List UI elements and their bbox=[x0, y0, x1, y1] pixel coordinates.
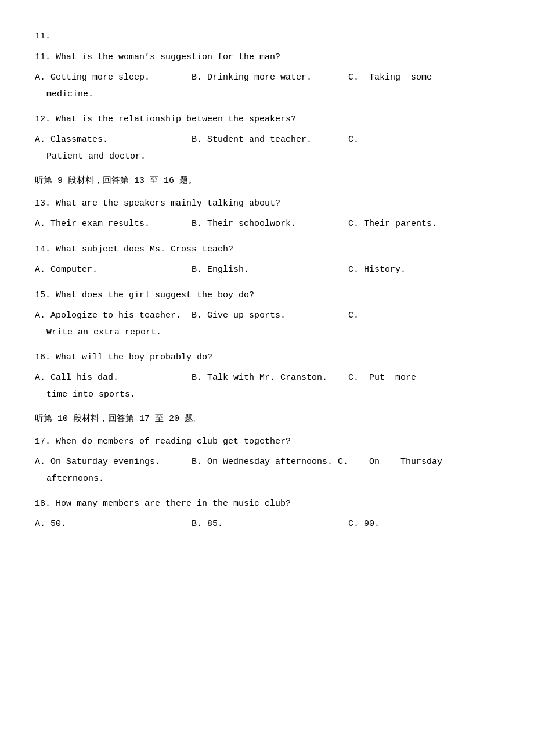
q12-option-a: A. Classmates. bbox=[35, 132, 192, 147]
q18-full-text: 18. How many members are there in the mu… bbox=[35, 496, 499, 512]
question-12: 12. What is the relationship between the… bbox=[35, 112, 499, 164]
q15-option-c: C. bbox=[348, 308, 499, 323]
q13-option-a: A. Their exam results. bbox=[35, 217, 192, 232]
q13-full-text: 13. What are the speakers mainly talking… bbox=[35, 196, 499, 211]
q11-option-c-cont: medicine. bbox=[35, 88, 499, 102]
question-17: 17. When do members of reading club get … bbox=[35, 434, 499, 486]
q12-options: A. Classmates. B. Student and teacher. C… bbox=[35, 132, 499, 147]
question-18: 18. How many members are there in the mu… bbox=[35, 496, 499, 532]
q17-options: A. On Saturday evenings. B. On Wednesday… bbox=[35, 455, 499, 470]
question-15: 15. What does the girl suggest the boy d… bbox=[35, 288, 499, 340]
q15-option-a: A. Apologize to his teacher. bbox=[35, 308, 192, 323]
q12-option-c-cont: Patient and doctor. bbox=[35, 150, 499, 164]
q18-option-c: C. 90. bbox=[348, 517, 499, 532]
q13-option-c: C. Their parents. bbox=[348, 217, 499, 232]
q15-full-text: 15. What does the girl suggest the boy d… bbox=[35, 288, 499, 303]
q15-option-c-cont: Write an extra report. bbox=[35, 326, 499, 340]
section-9-header: 听第 9 段材料，回答第 13 至 16 题。 bbox=[35, 174, 499, 188]
q16-option-a: A. Call his dad. bbox=[35, 370, 192, 386]
q14-option-a: A. Computer. bbox=[35, 262, 192, 278]
q16-full-text: 16. What will the boy probably do? bbox=[35, 350, 499, 365]
q15-options: A. Apologize to his teacher. B. Give up … bbox=[35, 308, 499, 323]
q11-options: A. Getting more sleep. B. Drinking more … bbox=[35, 70, 499, 85]
q14-option-b: B. English. bbox=[192, 262, 348, 278]
q11-text: 11. bbox=[35, 29, 499, 44]
q18-options: A. 50. B. 85. C. 90. bbox=[35, 517, 499, 532]
q14-full-text: 14. What subject does Ms. Cross teach? bbox=[35, 242, 499, 257]
q11-option-b: B. Drinking more water. bbox=[192, 70, 348, 85]
question-16: 16. What will the boy probably do? A. Ca… bbox=[35, 350, 499, 402]
q14-option-c: C. History. bbox=[348, 262, 499, 278]
question-13: 13. What are the speakers mainly talking… bbox=[35, 196, 499, 232]
q18-option-b: B. 85. bbox=[192, 517, 348, 532]
q18-option-a: A. 50. bbox=[35, 517, 192, 532]
question-14: 14. What subject does Ms. Cross teach? A… bbox=[35, 242, 499, 278]
q13-options: A. Their exam results. B. Their schoolwo… bbox=[35, 217, 499, 232]
q16-options: A. Call his dad. B. Talk with Mr. Cranst… bbox=[35, 370, 499, 386]
q13-option-b: B. Their schoolwork. bbox=[192, 217, 348, 232]
question-11: 11. 11. What is the woman’s suggestion f… bbox=[35, 29, 499, 102]
q17-full-text: 17. When do members of reading club get … bbox=[35, 434, 499, 449]
page-content: 11. 11. What is the woman’s suggestion f… bbox=[35, 29, 499, 532]
q15-option-b: B. Give up sports. bbox=[192, 308, 348, 323]
q16-option-c: C. Put more bbox=[348, 370, 499, 386]
q16-option-c-cont: time into sports. bbox=[35, 388, 499, 402]
q17-option-c-cont: afternoons. bbox=[35, 472, 499, 486]
q12-option-c: C. bbox=[348, 132, 499, 147]
q11-full-text: 11. What is the woman’s suggestion for t… bbox=[35, 50, 499, 65]
q11-option-c: C. Taking some bbox=[348, 70, 499, 85]
q12-option-b: B. Student and teacher. bbox=[192, 132, 348, 147]
q14-options: A. Computer. B. English. C. History. bbox=[35, 262, 499, 278]
q16-option-b: B. Talk with Mr. Cranston. bbox=[192, 370, 348, 386]
section-10-header: 听第 10 段材料，回答第 17 至 20 题。 bbox=[35, 412, 499, 426]
q17-option-bc: B. On Wednesday afternoons. C. On Thursd… bbox=[192, 455, 499, 470]
q12-full-text: 12. What is the relationship between the… bbox=[35, 112, 499, 127]
q17-option-a: A. On Saturday evenings. bbox=[35, 455, 192, 470]
q11-option-a: A. Getting more sleep. bbox=[35, 70, 192, 85]
